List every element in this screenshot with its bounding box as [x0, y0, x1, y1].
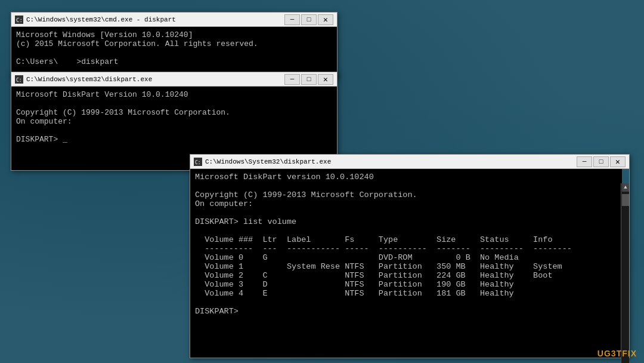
diskpart-small-title-bar: C: C:\Windows\system32\diskpart.exe ─ □ … — [11, 72, 337, 87]
diskpart-small-maximize-btn[interactable]: □ — [301, 74, 317, 85]
svg-text:C:: C: — [16, 78, 22, 83]
cmd-close-btn[interactable]: ✕ — [318, 14, 333, 25]
watermark: UG3TFIX — [597, 349, 637, 358]
cmd-maximize-btn[interactable]: □ — [301, 14, 317, 25]
diskpart-small-controls: ─ □ ✕ — [284, 74, 333, 85]
cmd-window: C: C:\Windows\system32\cmd.exe - diskpar… — [11, 12, 338, 79]
cmd-minimize-btn[interactable]: ─ — [284, 14, 300, 25]
diskpart-large-console-body: Microsoft DiskPart version 10.0.10240 Co… — [190, 169, 622, 358]
watermark-prefix: UG — [597, 349, 611, 358]
diskpart-small-minimize-btn[interactable]: ─ — [284, 74, 300, 85]
watermark-suffix: TFIX — [617, 349, 637, 358]
diskpart-small-close-btn[interactable]: ✕ — [318, 74, 333, 85]
diskpart-large-title-text: C:\Windows\System32\diskpart.exe — [205, 158, 331, 165]
diskpart-large-title-left: C: C:\Windows\System32\diskpart.exe — [194, 158, 331, 166]
diskpart-small-title-left: C: C:\Windows\system32\diskpart.exe — [15, 75, 152, 84]
scroll-up-arrow[interactable]: ▲ — [622, 183, 629, 192]
diskpart-small-title-text: C:\Windows\system32\diskpart.exe — [26, 76, 152, 83]
diskpart-large-icon: C: — [194, 158, 202, 166]
cmd-title-bar: C: C:\Windows\system32\cmd.exe - diskpar… — [11, 13, 337, 27]
diskpart-large-title-bar: C: C:\Windows\System32\diskpart.exe ─ □ … — [190, 155, 629, 169]
svg-text:C:: C: — [16, 17, 23, 23]
scroll-thumb[interactable] — [622, 194, 629, 206]
watermark-highlight: 3 — [611, 349, 617, 358]
cmd-title-left: C: C:\Windows\system32\cmd.exe - diskpar… — [15, 16, 176, 24]
diskpart-large-maximize-btn[interactable]: □ — [593, 156, 609, 167]
cmd-window-controls: ─ □ ✕ — [284, 14, 333, 25]
diskpart-small-icon: C: — [15, 75, 23, 84]
cmd-title-text: C:\Windows\system32\cmd.exe - diskpart — [26, 16, 176, 23]
cmd-console-body: Microsoft Windows [Version 10.0.10240] (… — [11, 27, 337, 78]
scrollbar[interactable]: ▲ ▼ — [621, 183, 629, 363]
diskpart-large-controls: ─ □ ✕ — [577, 156, 626, 167]
diskpart-large-window: C: C:\Windows\System32\diskpart.exe ─ □ … — [190, 154, 630, 358]
diskpart-large-close-btn[interactable]: ✕ — [610, 156, 626, 167]
svg-text:C:: C: — [195, 160, 201, 165]
cmd-icon: C: — [15, 16, 23, 24]
diskpart-large-minimize-btn[interactable]: ─ — [577, 156, 592, 167]
